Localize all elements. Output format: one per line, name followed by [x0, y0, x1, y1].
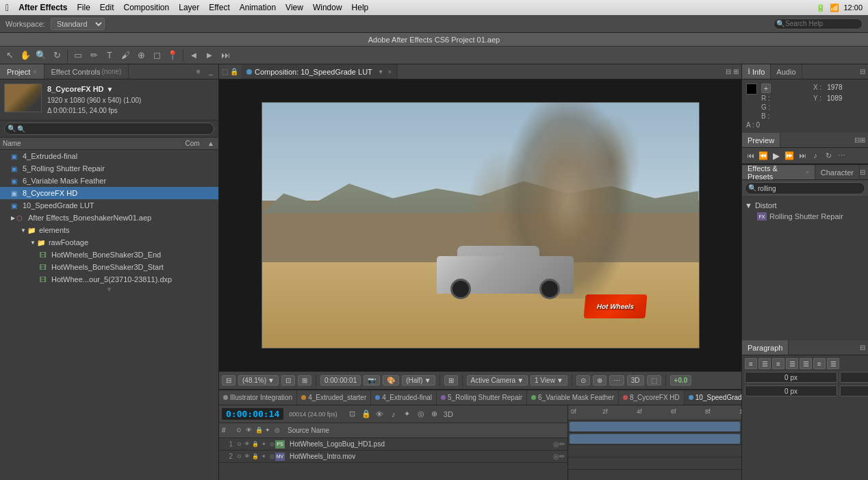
- prev-loop[interactable]: ↻: [823, 150, 834, 161]
- viewer-3d-btn[interactable]: 3D: [627, 375, 644, 386]
- justify-btn[interactable]: ☰: [786, 358, 798, 369]
- comp-tab-close[interactable]: ×: [388, 68, 392, 75]
- menu-animation[interactable]: Animation: [240, 3, 276, 12]
- align-right-btn[interactable]: ≡: [772, 358, 784, 369]
- list-item[interactable]: ▣ 6_Variable Mask Feather: [0, 175, 218, 187]
- layer-effects-icon[interactable]: ✦: [260, 453, 267, 460]
- effects-minimize[interactable]: ⊟: [860, 168, 865, 176]
- layer-solo-icon[interactable]: ⊙: [235, 441, 242, 448]
- para-left-indent[interactable]: [745, 372, 837, 383]
- panel-collapse-btn[interactable]: _: [206, 67, 216, 77]
- viewer-camera-btn[interactable]: 📷: [363, 375, 380, 386]
- layer-row[interactable]: 2 ⊙ 👁 🔒 ✦ ◎ MV HotWheels_Intro.mov ◎ ✏: [219, 451, 567, 463]
- viewer-draft-btn[interactable]: ⬚: [647, 375, 661, 386]
- tl-tab-variable[interactable]: 6_Variable Mask Feather: [527, 390, 619, 405]
- tl-3d-btn[interactable]: 3D: [443, 409, 454, 420]
- track-bar-2[interactable]: [570, 434, 740, 444]
- info-minimize[interactable]: ⊟: [860, 68, 865, 75]
- tl-tab-speedgrade[interactable]: 10_SpeedGrade LUT ×: [685, 390, 741, 405]
- tab-preview[interactable]: Preview: [742, 133, 780, 147]
- viewer-btn-icons[interactable]: ⊟: [222, 375, 235, 386]
- preview-expand[interactable]: ⊞: [860, 136, 865, 144]
- list-item-selected[interactable]: ▣ 8_CycoreFX HD: [0, 187, 218, 199]
- viewer-expand[interactable]: ⊞: [298, 375, 311, 386]
- hand-tool[interactable]: ✋: [18, 49, 32, 62]
- tl-lock-btn[interactable]: 🔒: [361, 409, 372, 420]
- tab-paragraph[interactable]: Paragraph: [742, 340, 789, 355]
- list-item[interactable]: ▼ 📁 elements: [0, 224, 218, 236]
- para-minimize[interactable]: ⊟: [860, 344, 865, 351]
- effects-search-input[interactable]: [745, 182, 865, 194]
- tab-audio[interactable]: Audio: [771, 64, 802, 79]
- comp-expand-btn[interactable]: ⊞: [733, 68, 739, 75]
- list-item[interactable]: 🎞 HotWhee...our_5(23710-23811).dxp: [0, 273, 218, 286]
- layer-lock-icon[interactable]: 🔒: [252, 441, 259, 448]
- tl-audio-btn[interactable]: ♪: [388, 409, 399, 420]
- tl-tab-extruded-starter[interactable]: 4_Extruded_starter: [297, 390, 371, 405]
- viewer-color[interactable]: 🎨: [383, 375, 399, 386]
- comp-tab-arrow[interactable]: ▼: [378, 68, 384, 75]
- layer-transform-icon[interactable]: ◎: [553, 440, 559, 448]
- align-left-btn[interactable]: ≡: [745, 358, 757, 369]
- col-name[interactable]: Name: [3, 140, 179, 147]
- list-item[interactable]: ▶ ⬡ After Effects_BoneshakerNew01.aep: [0, 212, 218, 224]
- clone-tool[interactable]: ⊕: [134, 49, 148, 62]
- puppet-tool[interactable]: 📍: [166, 49, 179, 62]
- list-item[interactable]: 🎞 HotWheels_BoneShaker3D_Start: [0, 261, 218, 273]
- workspace-select[interactable]: Standard All Panels Animation: [51, 18, 105, 30]
- tl-tab-cycoreFX[interactable]: 8_CycoreFX HD: [619, 390, 685, 405]
- preview-minimize[interactable]: ⊟: [854, 136, 860, 144]
- search-input[interactable]: [774, 18, 863, 29]
- viewer-time[interactable]: 0:00:00:01: [320, 375, 361, 386]
- para-space-before[interactable]: [745, 386, 837, 396]
- brush-tool[interactable]: 🖌: [118, 49, 132, 62]
- menu-layer[interactable]: Layer: [179, 3, 199, 12]
- rect-tool[interactable]: ▭: [71, 49, 85, 62]
- layer-motion-icon[interactable]: ◎: [268, 453, 275, 460]
- layer-solo-icon[interactable]: ⊙: [235, 453, 242, 460]
- tl-eye-btn[interactable]: 👁: [374, 409, 385, 420]
- fx-rolling-shutter-item[interactable]: FX Rolling Shutter Repair: [745, 211, 865, 222]
- list-item[interactable]: ▼ 📁 rawFootage: [0, 236, 218, 249]
- prev-prev-frame[interactable]: ⏪: [758, 150, 769, 161]
- tl-motion-btn[interactable]: ◎: [416, 409, 426, 420]
- prev-options[interactable]: ⋯: [836, 150, 847, 161]
- layer-paint-icon2[interactable]: ✏: [559, 453, 565, 460]
- tab-comp-speedgrade[interactable]: Composition: 10_SpeedGrade LUT ▼ ×: [241, 64, 398, 79]
- prev-next-frame[interactable]: ⏩: [784, 150, 795, 161]
- menu-composition[interactable]: Composition: [124, 3, 170, 12]
- viewer-grid[interactable]: ⊞: [444, 375, 458, 386]
- tl-adjust-btn[interactable]: ⊕: [429, 409, 440, 420]
- layer-eye-icon[interactable]: 👁: [244, 453, 251, 460]
- apple-menu[interactable]: : [5, 2, 9, 13]
- nav-end[interactable]: ⏭: [218, 49, 232, 62]
- tl-tab-extruded-final[interactable]: 4_Extruded-final: [371, 390, 437, 405]
- viewer-toggle-btn[interactable]: ⊕: [593, 375, 607, 386]
- effects-tab-close[interactable]: ×: [806, 169, 809, 175]
- tl-tab-rolling[interactable]: 5_Rolling Shutter Repair: [437, 390, 527, 405]
- menu-file[interactable]: File: [77, 3, 90, 12]
- nav-prev[interactable]: ◄: [187, 49, 201, 62]
- viewer-more-btn[interactable]: ⋯: [609, 375, 624, 386]
- para-right-indent[interactable]: [840, 372, 868, 383]
- tab-project-close[interactable]: ×: [33, 68, 36, 75]
- para-space-after[interactable]: [840, 386, 868, 396]
- justify-right-btn[interactable]: ≡: [813, 358, 826, 369]
- col-expand[interactable]: ▲: [206, 139, 216, 149]
- layer-row[interactable]: 1 ⊙ 👁 🔒 ✦ ◎ PS HotWheels_LogoBug_HD1.psd…: [219, 438, 567, 451]
- prev-to-start[interactable]: ⏮: [745, 150, 756, 161]
- nav-next[interactable]: ►: [203, 49, 216, 62]
- footage-dropdown[interactable]: ▼: [107, 84, 114, 94]
- viewer-quality[interactable]: (Half) ▼: [402, 375, 435, 386]
- tab-effect-controls[interactable]: Effect Controls (none): [44, 64, 129, 79]
- menu-help[interactable]: Help: [352, 3, 369, 12]
- viewer-camera[interactable]: Active Camera ▼: [467, 375, 528, 386]
- layer-motion-icon[interactable]: ◎: [268, 441, 275, 448]
- align-center-btn[interactable]: ☰: [758, 358, 771, 369]
- prev-play-pause[interactable]: ▶: [771, 150, 782, 161]
- list-item[interactable]: 🎞 HotWheels_BoneShaker3D_End: [0, 249, 218, 261]
- layer-lock-icon[interactable]: 🔒: [252, 453, 259, 460]
- type-tool[interactable]: T: [103, 49, 116, 62]
- pen-tool[interactable]: ✏: [87, 49, 101, 62]
- layer-eye-icon[interactable]: 👁: [244, 441, 251, 448]
